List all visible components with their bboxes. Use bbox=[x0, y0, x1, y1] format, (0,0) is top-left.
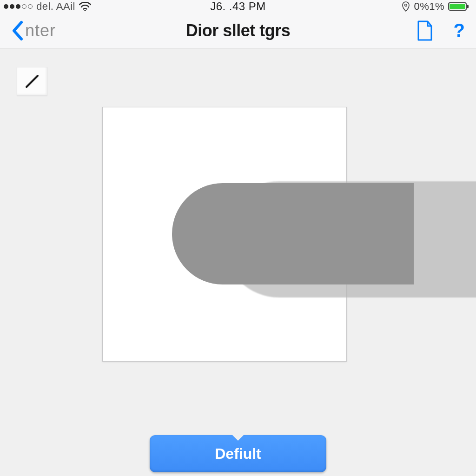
back-button[interactable]: nter bbox=[11, 20, 56, 41]
battery-percentage: 0%1% bbox=[414, 0, 444, 13]
svg-point-0 bbox=[84, 10, 86, 11]
pen-icon bbox=[22, 72, 42, 91]
status-bar: del. AAil J6. .43 PM 0%1% bbox=[0, 0, 476, 13]
battery-icon bbox=[448, 1, 469, 12]
default-button-label: Defiult bbox=[215, 445, 261, 463]
nav-right-actions: ? bbox=[416, 20, 465, 41]
signal-strength-icon bbox=[4, 4, 33, 9]
svg-rect-3 bbox=[467, 5, 469, 8]
help-icon[interactable]: ? bbox=[454, 20, 465, 41]
document-icon[interactable] bbox=[416, 20, 433, 41]
finger-pointer bbox=[172, 183, 414, 284]
status-left: del. AAil bbox=[4, 0, 91, 13]
location-icon bbox=[402, 1, 410, 12]
carrier-label: del. AAil bbox=[36, 0, 75, 13]
default-button[interactable]: Defiult bbox=[150, 435, 326, 472]
back-label: nter bbox=[25, 21, 56, 40]
svg-line-5 bbox=[26, 76, 38, 87]
chevron-left-icon bbox=[11, 20, 24, 41]
status-time: J6. .43 PM bbox=[210, 0, 266, 13]
svg-rect-4 bbox=[450, 4, 465, 9]
pen-tool-button[interactable] bbox=[17, 67, 47, 96]
wifi-icon bbox=[79, 2, 91, 11]
svg-point-1 bbox=[405, 4, 407, 7]
page-title: Dior sllet tgrs bbox=[186, 21, 291, 40]
content-area: Defiult bbox=[0, 48, 476, 476]
status-right: 0%1% bbox=[402, 0, 469, 13]
nav-bar: nter Dior sllet tgrs ? bbox=[0, 13, 476, 48]
